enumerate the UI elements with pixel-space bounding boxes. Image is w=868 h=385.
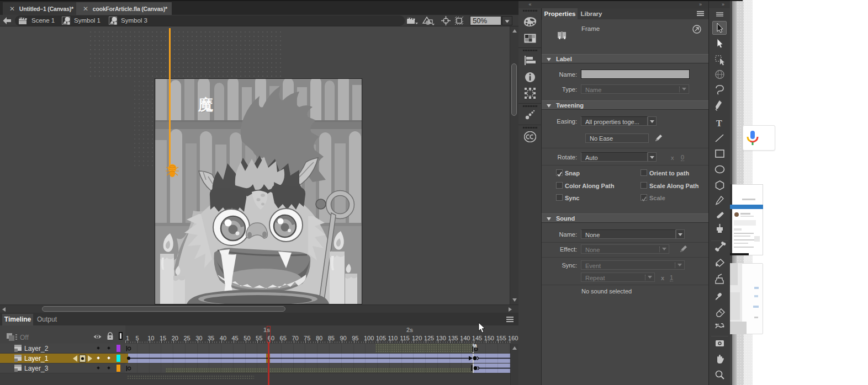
svg-text:T: T: [716, 119, 722, 128]
svg-text:魔: 魔: [198, 97, 213, 113]
